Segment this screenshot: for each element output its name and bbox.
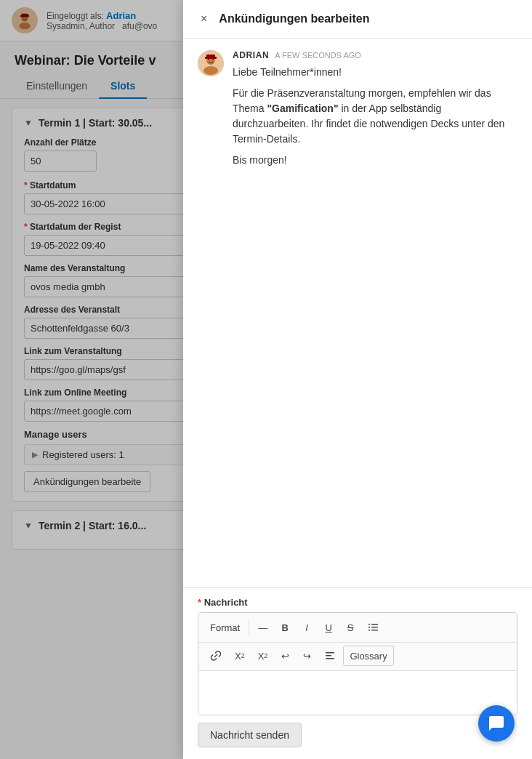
send-button[interactable]: Nachricht senden — [198, 723, 302, 747]
strikethrough-button[interactable]: S — [340, 617, 360, 638]
italic-button[interactable]: I — [297, 617, 317, 638]
hr-button[interactable]: — — [252, 617, 273, 638]
message-content: ADRIAN A FEW SECONDS AGO Liebe Teilnehme… — [233, 50, 517, 168]
compose-area: * Nachricht Format — B I U S — [183, 587, 532, 759]
toolbar-divider-1 — [249, 620, 249, 635]
required-star: * — [198, 597, 204, 608]
glossary-button[interactable]: Glossary — [343, 646, 393, 666]
link-button[interactable] — [204, 646, 227, 666]
svg-rect-15 — [371, 627, 378, 628]
chat-fab[interactable] — [478, 705, 515, 742]
superscript-button[interactable]: X2 — [229, 646, 251, 666]
message-line1: Liebe Teilnehmer*innen! — [233, 65, 517, 80]
svg-rect-13 — [206, 55, 215, 57]
svg-rect-16 — [371, 630, 378, 631]
editor-toolbar-row2: X2 X2 ↩ ↪ Glossary — [198, 643, 517, 671]
compose-label: * Nachricht — [198, 597, 517, 608]
redo-button[interactable]: ↪ — [297, 646, 317, 666]
svg-point-18 — [368, 627, 370, 628]
svg-point-9 — [203, 66, 218, 75]
align-button[interactable] — [318, 646, 342, 666]
message-time: A FEW SECONDS AGO — [275, 51, 361, 60]
undo-button[interactable]: ↩ — [275, 646, 295, 666]
svg-point-19 — [368, 630, 370, 631]
underline-button[interactable]: U — [318, 617, 339, 638]
panel-title: Ankündigungen bearbeiten — [219, 12, 369, 25]
message-bold: "Gamification" — [267, 103, 338, 114]
message-author: ADRIAN — [233, 50, 269, 60]
list-button[interactable] — [362, 617, 385, 638]
message-block: ADRIAN A FEW SECONDS AGO Liebe Teilnehme… — [198, 50, 517, 168]
close-button[interactable]: × — [198, 12, 210, 26]
message-line2: Für die Präsenzveranstaltung morgen, emp… — [233, 86, 517, 147]
format-dropdown[interactable]: Format — [204, 619, 246, 636]
message-avatar — [198, 50, 224, 76]
subscript-button[interactable]: X2 — [252, 646, 274, 666]
message-meta: ADRIAN A FEW SECONDS AGO — [233, 50, 517, 60]
editor-box: Format — B I U S — [198, 612, 517, 715]
editor-toolbar-row1: Format — B I U S — [198, 613, 517, 643]
svg-rect-20 — [326, 652, 334, 654]
bold-button[interactable]: B — [275, 617, 295, 638]
message-text: Liebe Teilnehmer*innen! Für die Präsenzv… — [233, 65, 517, 168]
svg-rect-22 — [326, 658, 334, 659]
svg-rect-21 — [326, 655, 331, 656]
side-panel: × Ankündigungen bearbeiten ADRIAN — [183, 0, 532, 759]
panel-body: ADRIAN A FEW SECONDS AGO Liebe Teilnehme… — [183, 39, 532, 587]
panel-header: × Ankündigungen bearbeiten — [183, 0, 532, 39]
svg-point-17 — [368, 624, 370, 625]
message-input[interactable] — [198, 671, 517, 715]
message-line4: Bis morgen! — [233, 153, 517, 168]
svg-rect-14 — [371, 624, 378, 625]
